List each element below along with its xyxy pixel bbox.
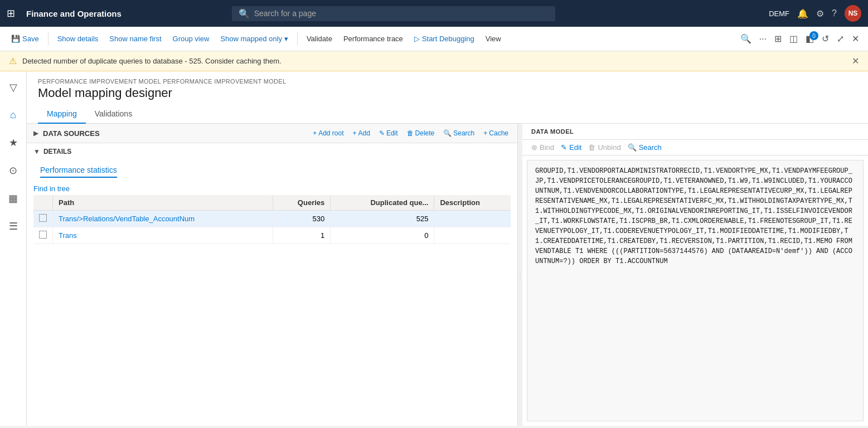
cache-icon: + (483, 129, 487, 137)
refresh-icon[interactable]: ↺ (819, 31, 831, 46)
page-title: Model mapping designer (38, 86, 857, 100)
sidebar-list-icon[interactable]: ☰ (6, 217, 21, 236)
edit-dm-icon: ✎ (561, 143, 567, 152)
unbind-button[interactable]: 🗑 Unbind (588, 143, 620, 152)
sidebar-filter-icon[interactable]: ▽ (6, 78, 21, 97)
row-check (33, 211, 53, 227)
page-header: PERFORMANCE IMPROVEMENT MODEL PERFORMANC… (27, 71, 868, 100)
sidebar-history-icon[interactable]: ⊙ (6, 161, 21, 180)
row-desc (434, 211, 511, 227)
row-check (33, 227, 53, 244)
col-header-check (33, 195, 53, 211)
toolbar: 💾 Save Show details Show name first Grou… (0, 27, 868, 51)
sidebar-home-icon[interactable]: ⌂ (7, 106, 20, 124)
close-icon[interactable]: ✕ (850, 31, 861, 46)
extension-icon[interactable]: ◫ (787, 31, 800, 46)
validate-button[interactable]: Validate (302, 32, 337, 45)
bind-button[interactable]: ⊛ Bind (531, 143, 554, 152)
warning-text: Detected number of duplicate queries to … (22, 57, 282, 65)
row-dup: 525 (331, 211, 434, 227)
separator2 (297, 32, 298, 46)
add-icon: + (353, 129, 357, 137)
add-root-button[interactable]: + Add root (311, 128, 346, 138)
app-title: Finance and Operations (26, 9, 122, 18)
row-path[interactable]: Trans (53, 227, 273, 244)
tabs: Mapping Validations (27, 105, 868, 124)
row-queries: 1 (273, 227, 330, 244)
vertical-resizer[interactable]: ⋮ (518, 124, 522, 426)
badge: 0 (809, 31, 818, 40)
warning-icon: ⚠ (9, 56, 17, 66)
right-panel: DATA MODEL ⊛ Bind ✎ Edit 🗑 Unbind (522, 124, 868, 426)
row-path[interactable]: Trans/>Relations/VendTable_AccountNum (53, 211, 273, 227)
unbind-icon: 🗑 (588, 143, 595, 152)
save-button[interactable]: 💾 Save (7, 32, 43, 45)
sidebar-grid-icon[interactable]: ▦ (5, 189, 21, 208)
view-button[interactable]: View (481, 32, 506, 45)
delete-icon: 🗑 (407, 129, 414, 137)
show-details-button[interactable]: Show details (53, 32, 103, 45)
search-dm-icon: 🔍 (628, 143, 637, 152)
row-queries: 530 (273, 211, 330, 227)
data-model-actions: ⊛ Bind ✎ Edit 🗑 Unbind 🔍 Search (522, 140, 868, 155)
edit-dm-button[interactable]: ✎ Edit (561, 143, 581, 152)
table-row[interactable]: Trans/>Relations/VendTable_AccountNum 53… (33, 211, 511, 227)
add-button[interactable]: + Add (351, 128, 372, 138)
bind-icon: ⊛ (531, 143, 537, 152)
search-ds-button[interactable]: 🔍 Search (441, 128, 477, 138)
notification-icon[interactable]: 🔔 (797, 8, 808, 19)
table-container: Path Queries Duplicated que... Descripti… (27, 195, 517, 244)
show-mapped-button[interactable]: Show mapped only ▾ (216, 32, 293, 45)
main-layout: ▽ ⌂ ★ ⊙ ▦ ☰ PERFORMANCE IMPROVEMENT MODE… (0, 71, 868, 426)
show-name-button[interactable]: Show name first (105, 32, 166, 45)
search-toolbar-icon[interactable]: 🔍 (738, 31, 754, 46)
tab-validations[interactable]: Validations (86, 105, 141, 124)
data-model-header: DATA MODEL (522, 124, 868, 140)
save-icon: 💾 (11, 35, 20, 43)
data-sources-bar: ▶ DATA SOURCES + Add root + Add ✎ (27, 124, 517, 143)
row-desc (434, 227, 511, 244)
row-dup: 0 (331, 227, 434, 244)
details-label: DETAILS (43, 148, 71, 155)
edit-ds-button[interactable]: ✎ Edit (377, 128, 400, 138)
search-dm-button[interactable]: 🔍 Search (628, 143, 662, 152)
search-ds-icon: 🔍 (443, 129, 452, 137)
debug-icon: ▷ (414, 35, 420, 43)
group-view-button[interactable]: Group view (168, 32, 214, 45)
sidebar-star-icon[interactable]: ★ (6, 133, 21, 152)
warning-close-button[interactable]: ✕ (852, 56, 859, 66)
env-label: DEMF (769, 9, 789, 18)
details-section: ▼ DETAILS (27, 143, 517, 158)
performance-table: Path Queries Duplicated que... Descripti… (33, 195, 511, 244)
performance-statistics-tab[interactable]: Performance statistics (40, 162, 117, 178)
ds-expand-icon[interactable]: ▶ (33, 129, 38, 137)
start-debug-button[interactable]: ▷ Start Debugging (410, 32, 479, 45)
table-row[interactable]: Trans 1 0 (33, 227, 511, 244)
col-header-dup: Duplicated que... (331, 195, 434, 211)
help-icon[interactable]: ? (832, 8, 837, 18)
tab-mapping[interactable]: Mapping (38, 105, 86, 124)
grid-toolbar-icon[interactable]: ⊞ (772, 31, 784, 46)
settings-icon[interactable]: ⚙ (816, 8, 824, 19)
col-header-desc: Description (434, 195, 511, 211)
add-root-icon: + (313, 129, 317, 137)
grid-icon[interactable]: ⊞ (7, 7, 15, 20)
edit-icon: ✎ (379, 129, 385, 137)
breadcrumb: PERFORMANCE IMPROVEMENT MODEL PERFORMANC… (38, 78, 857, 85)
ds-actions: + Add root + Add ✎ Edit 🗑 (311, 128, 511, 138)
toolbar-right: 🔍 ··· ⊞ ◫ ◧ 0 ↺ ⤢ ✕ (738, 31, 861, 46)
perf-trace-button[interactable]: Performance trace (339, 32, 408, 45)
avatar[interactable]: NS (845, 5, 861, 22)
open-new-icon[interactable]: ⤢ (835, 31, 846, 46)
more-icon[interactable]: ··· (757, 32, 769, 46)
cache-button[interactable]: + Cache (481, 128, 511, 138)
data-sources-label: DATA SOURCES (43, 129, 100, 138)
find-in-tree-link[interactable]: Find in tree (27, 182, 517, 195)
col-header-queries: Queries (273, 195, 330, 211)
details-header[interactable]: ▼ DETAILS (33, 148, 511, 155)
global-search: 🔍 (232, 6, 555, 21)
delete-ds-button[interactable]: 🗑 Delete (405, 128, 437, 138)
sql-content[interactable]: GROUPID,T1.VENDORPORTALADMINISTRATORRECI… (527, 160, 864, 421)
search-input[interactable] (254, 9, 549, 18)
left-panel: ▶ DATA SOURCES + Add root + Add ✎ (27, 124, 518, 426)
